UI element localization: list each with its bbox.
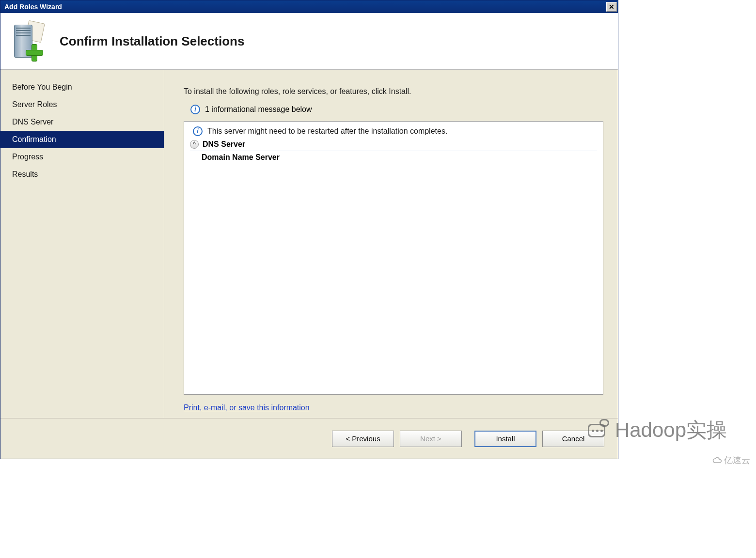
sidebar-item-confirmation[interactable]: Confirmation — [0, 131, 164, 148]
sidebar-item-results[interactable]: Results — [0, 166, 164, 183]
info-count-text: 1 informational message below — [205, 105, 312, 114]
instruction-text: To install the following roles, role ser… — [184, 87, 603, 96]
sidebar-item-label: Before You Begin — [12, 83, 72, 91]
page-title: Confirm Installation Selections — [60, 34, 244, 49]
titlebar: Add Roles Wizard ✕ — [0, 0, 618, 13]
restart-warning-row: i This server might need to be restarted… — [193, 126, 597, 136]
sidebar-item-server-roles[interactable]: Server Roles — [0, 96, 164, 113]
watermark-main: Hadoop实操 — [586, 417, 727, 444]
sidebar-item-progress[interactable]: Progress — [0, 148, 164, 166]
sidebar-item-label: DNS Server — [12, 118, 53, 126]
watermark-corner: 亿速云 — [712, 454, 750, 466]
wizard-sidebar: Before You Begin Server Roles DNS Server… — [0, 70, 164, 418]
wechat-icon — [586, 417, 614, 443]
info-summary-row: i 1 informational message below — [190, 105, 603, 114]
wizard-window: Add Roles Wizard ✕ Confirm Installation … — [0, 0, 618, 459]
sidebar-item-dns-server[interactable]: DNS Server — [0, 113, 164, 131]
watermark-corner-text: 亿速云 — [724, 454, 750, 466]
sidebar-item-label: Server Roles — [12, 100, 57, 108]
chevron-up-icon[interactable]: ^ — [190, 140, 199, 149]
role-heading-row[interactable]: ^ DNS Server — [190, 140, 597, 151]
sidebar-item-label: Confirmation — [12, 135, 56, 143]
window-title: Add Roles Wizard — [4, 3, 62, 11]
wizard-footer: < Previous Next > Install Cancel — [0, 418, 618, 459]
info-icon: i — [193, 126, 203, 136]
previous-button[interactable]: < Previous — [332, 431, 394, 447]
restart-warning-text: This server might need to be restarted a… — [207, 127, 447, 136]
close-icon: ✕ — [609, 3, 614, 11]
close-button[interactable]: ✕ — [606, 2, 617, 12]
role-subitem-text: Domain Name Server — [202, 153, 597, 162]
wizard-content: To install the following roles, role ser… — [164, 70, 618, 418]
print-email-save-link[interactable]: Print, e-mail, or save this information — [184, 403, 603, 412]
wizard-header: Confirm Installation Selections — [0, 13, 618, 70]
role-heading-text: DNS Server — [203, 140, 245, 149]
sidebar-item-before-you-begin[interactable]: Before You Begin — [0, 78, 164, 96]
install-button[interactable]: Install — [474, 431, 536, 447]
info-icon: i — [190, 105, 200, 114]
watermark-main-text: Hadoop实操 — [615, 417, 727, 444]
sidebar-item-label: Results — [12, 170, 38, 178]
cloud-icon — [712, 455, 722, 465]
next-button: Next > — [400, 431, 462, 447]
server-add-icon — [9, 22, 44, 61]
wizard-body: Before You Begin Server Roles DNS Server… — [0, 70, 618, 418]
sidebar-item-label: Progress — [12, 153, 43, 161]
confirmation-details-box: i This server might need to be restarted… — [184, 121, 603, 395]
